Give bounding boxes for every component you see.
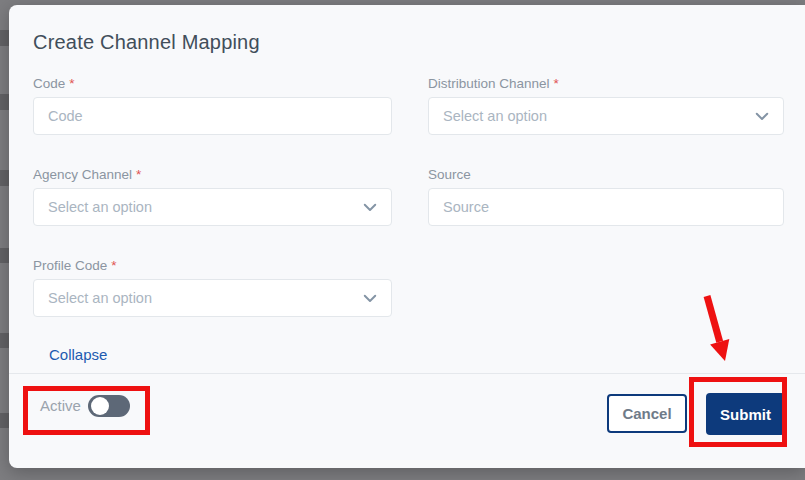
create-channel-mapping-dialog: Create Channel Mapping Code* Distributio… [9, 5, 805, 468]
dimmed-sidebar-item [0, 333, 9, 348]
source-field-group: Source [428, 167, 784, 226]
agency-channel-field-group: Agency Channel* Select an option [33, 167, 392, 226]
active-toggle[interactable] [88, 395, 130, 417]
source-label: Source [428, 167, 471, 182]
source-input[interactable] [428, 188, 784, 226]
toggle-knob [91, 397, 109, 415]
required-asterisk: * [136, 167, 141, 182]
select-placeholder: Select an option [443, 108, 547, 124]
code-label: Code [33, 76, 65, 91]
collapse-link[interactable]: Collapse [49, 346, 107, 363]
overlay-backdrop-left [0, 0, 9, 480]
footer-divider [9, 373, 805, 374]
select-placeholder: Select an option [48, 290, 152, 306]
agency-channel-select[interactable]: Select an option [33, 188, 392, 226]
dialog-title: Create Channel Mapping [33, 31, 260, 54]
profile-code-select[interactable]: Select an option [33, 279, 392, 317]
distribution-channel-label: Distribution Channel [428, 76, 550, 91]
profile-code-label: Profile Code [33, 258, 107, 273]
cancel-button[interactable]: Cancel [607, 394, 687, 433]
profile-code-field-group: Profile Code* Select an option [33, 258, 392, 317]
code-field-group: Code* [33, 76, 392, 135]
dimmed-sidebar-item [0, 94, 9, 110]
chevron-down-icon [753, 107, 771, 125]
active-toggle-label: Active [40, 397, 81, 414]
chevron-down-icon [361, 198, 379, 216]
dimmed-sidebar-item [0, 248, 9, 263]
select-placeholder: Select an option [48, 199, 152, 215]
distribution-channel-select[interactable]: Select an option [428, 97, 784, 135]
dimmed-sidebar-item [0, 30, 9, 46]
overlay-backdrop-bottom: RENT 07-08-2025 09:45 PM [0, 468, 805, 480]
agency-channel-label: Agency Channel [33, 167, 132, 182]
code-input[interactable] [33, 97, 392, 135]
submit-button[interactable]: Submit [706, 393, 785, 435]
required-asterisk: * [111, 258, 116, 273]
required-asterisk: * [69, 76, 74, 91]
dimmed-sidebar-item [0, 170, 9, 186]
distribution-channel-field-group: Distribution Channel* Select an option [428, 76, 784, 135]
chevron-down-icon [361, 289, 379, 307]
required-asterisk: * [554, 76, 559, 91]
dimmed-sidebar-item [0, 413, 9, 428]
